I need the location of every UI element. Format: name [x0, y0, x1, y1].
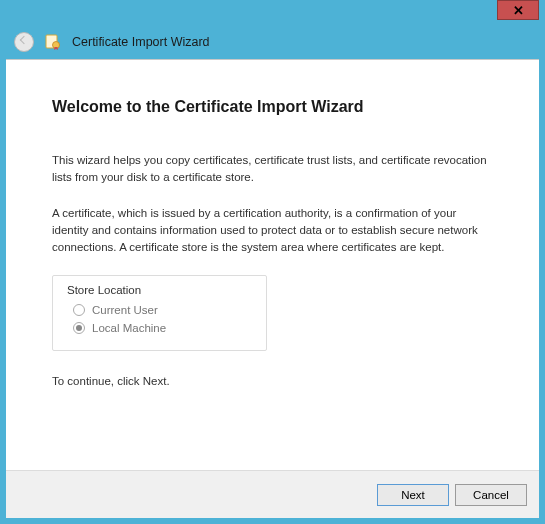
radio-label: Local Machine — [92, 322, 166, 334]
header: Certificate Import Wizard — [0, 26, 545, 58]
wizard-window: ✕ Certificate Import Wizard Welcome to t… — [0, 0, 545, 524]
next-button[interactable]: Next — [377, 484, 449, 506]
cancel-button[interactable]: Cancel — [455, 484, 527, 506]
back-button — [14, 32, 34, 52]
page-heading: Welcome to the Certificate Import Wizard — [52, 98, 493, 116]
close-icon: ✕ — [513, 3, 524, 18]
intro-text: This wizard helps you copy certificates,… — [52, 152, 493, 185]
radio-current-user: Current User — [73, 304, 252, 316]
content-area: Welcome to the Certificate Import Wizard… — [6, 60, 539, 470]
radio-icon — [73, 304, 85, 316]
content-frame: Welcome to the Certificate Import Wizard… — [6, 59, 539, 518]
certificate-icon — [44, 33, 62, 51]
footer: Next Cancel — [6, 470, 539, 518]
store-location-label: Store Location — [67, 284, 252, 296]
close-button[interactable]: ✕ — [497, 0, 539, 20]
radio-local-machine: Local Machine — [73, 322, 252, 334]
continue-text: To continue, click Next. — [52, 375, 493, 387]
radio-icon — [73, 322, 85, 334]
store-location-group: Store Location Current User Local Machin… — [52, 275, 267, 351]
titlebar: ✕ — [0, 0, 545, 26]
radio-label: Current User — [92, 304, 158, 316]
explanation-text: A certificate, which is issued by a cert… — [52, 205, 493, 255]
window-title: Certificate Import Wizard — [72, 35, 210, 49]
